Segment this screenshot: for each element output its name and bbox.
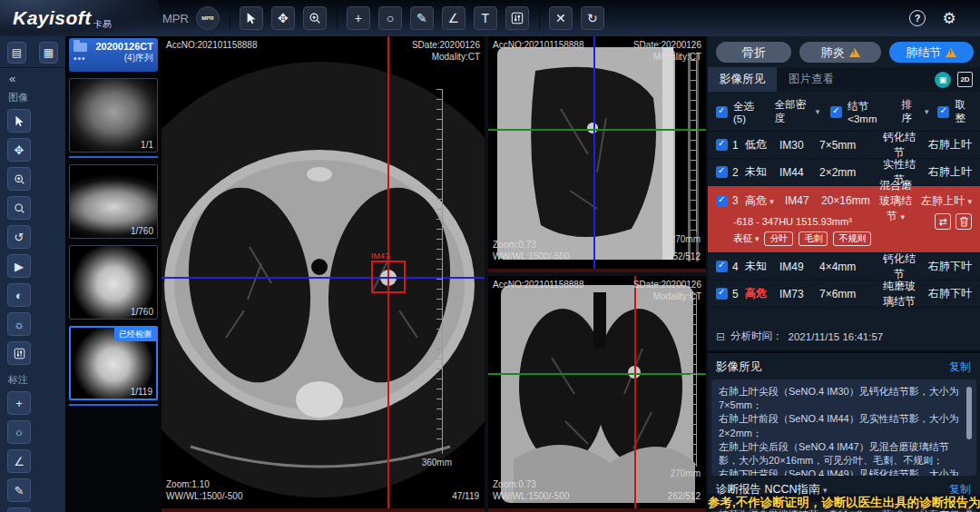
- settings-button[interactable]: ⚙: [937, 6, 961, 30]
- active-series-indicator: [69, 156, 158, 158]
- angle-tool-button[interactable]: ∠: [442, 6, 466, 30]
- layout-button[interactable]: ▦: [39, 42, 58, 64]
- feature-chip[interactable]: 分叶: [764, 231, 793, 246]
- brightness-tool-button[interactable]: ☼: [7, 312, 31, 336]
- subtab-image-view[interactable]: 图片查看: [777, 67, 846, 92]
- crosshair-icon: +: [355, 11, 362, 25]
- nodule-location: 右肺上叶: [916, 137, 972, 153]
- report-image-icon[interactable]: ▣: [935, 72, 951, 88]
- crosshair-horizontal-green[interactable]: [488, 373, 706, 375]
- series-thumbnail-3[interactable]: 1/760: [69, 245, 158, 320]
- zoom-tool-button[interactable]: [303, 6, 327, 30]
- toolbar-divider: [539, 7, 540, 29]
- crosshair-vertical-blue[interactable]: [593, 36, 595, 269]
- delete-tool-button[interactable]: ✕: [549, 6, 573, 30]
- series-header[interactable]: 20200126CT ••• (4)序列: [69, 38, 158, 72]
- chevron-down-icon: ▾: [925, 107, 929, 116]
- sort-control[interactable]: 排序: [901, 98, 919, 125]
- round-checkbox[interactable]: [937, 106, 949, 118]
- nodule-row-5[interactable]: 5 高危 IM73 7×6mm 纯磨玻璃结节 右肺下叶: [708, 281, 980, 308]
- series-thumbnail-2[interactable]: 1/760: [69, 164, 158, 239]
- zoom-in-tool-button[interactable]: [7, 167, 31, 191]
- row-checkbox[interactable]: [716, 195, 728, 207]
- row-checkbox[interactable]: [716, 288, 728, 300]
- pencil-annotate-button[interactable]: ✎: [7, 478, 31, 502]
- row-checkbox[interactable]: [716, 261, 728, 272]
- rectangle-annotate-button[interactable]: □: [7, 507, 31, 512]
- copy-findings-button[interactable]: 复制: [949, 359, 971, 375]
- chevron-down-icon: ▾: [769, 197, 774, 206]
- scrollbar-thumb[interactable]: [966, 387, 972, 439]
- nodule-row-1[interactable]: 1 低危 IM30 7×5mm 钙化结节 右肺上叶: [708, 132, 980, 159]
- active-series-indicator: [69, 404, 158, 406]
- row-checkbox[interactable]: [716, 166, 728, 178]
- nodule-location-dropdown[interactable]: 左肺上叶 ▾: [912, 193, 972, 209]
- coronal-viewport[interactable]: 270mm AccNO:202101158888 SDate:20200126 …: [488, 276, 706, 512]
- series-list-button[interactable]: ▤: [7, 42, 26, 64]
- nodule-row-3-selected[interactable]: 3 高危 ▾ IM47 20×16mm 混合磨玻璃结节 ▾ 左肺上叶 ▾ -61…: [708, 186, 980, 253]
- risk-level-dropdown[interactable]: 高危 ▾: [745, 193, 785, 209]
- cursor-tool-button[interactable]: [7, 109, 31, 133]
- small-nodule-checkbox[interactable]: [830, 106, 842, 118]
- series-more-button[interactable]: •••: [74, 54, 86, 64]
- collapse-panel-button[interactable]: «: [0, 68, 65, 85]
- nodule-location: 右肺下叶: [916, 286, 972, 301]
- invert-tool-button[interactable]: ◐: [7, 283, 31, 307]
- series-count: (4)序列: [124, 52, 153, 64]
- sagittal-study-info: SDate:20200126 Modality:CT: [633, 39, 701, 63]
- pencil-tool-button[interactable]: ✎: [410, 6, 434, 30]
- text-tool-button[interactable]: T: [474, 6, 497, 30]
- delete-nodule-button[interactable]: [956, 213, 972, 230]
- findings-text[interactable]: 右肺上叶尖段（SeNO.4 IM30）见钙化结节影，大小为7×5mm； 右肺上叶…: [711, 379, 976, 476]
- pencil-icon: ✎: [416, 11, 427, 25]
- help-button[interactable]: ?: [906, 6, 929, 30]
- series-thumbnail-1[interactable]: 1/1: [69, 78, 158, 153]
- sagittal-viewport[interactable]: 270mm AccNO:202101158888 SDate:20200126 …: [488, 36, 706, 272]
- nodule-roi-box[interactable]: IM47: [371, 261, 406, 293]
- trash-icon: [959, 216, 969, 227]
- nodule-row-4[interactable]: 4 未知 IM49 4×4mm 钙化结节 右肺下叶: [708, 253, 980, 281]
- 2d-mode-icon[interactable]: 2D: [957, 72, 973, 87]
- reset-tool-button[interactable]: ↻: [581, 6, 604, 30]
- density-filter[interactable]: 全部密度: [775, 98, 810, 125]
- row-checkbox[interactable]: [716, 139, 728, 151]
- nodule-row-2[interactable]: 2 未知 IM44 2×2mm 实性结节 右肺上叶: [708, 159, 980, 186]
- pan-tool-button[interactable]: ✥: [271, 6, 295, 30]
- image-index: IM47: [785, 194, 821, 207]
- sagittal-ruler: [691, 60, 697, 232]
- annotation-section-label: 标注: [0, 368, 65, 389]
- mpr-mode-icon[interactable]: MPR: [196, 6, 220, 30]
- tab-pneumonia[interactable]: 肺炎: [799, 42, 880, 63]
- axial-viewport[interactable]: IM47 360mm AccNO:202101158888 SDate:2020…: [162, 36, 485, 512]
- cine-play-button[interactable]: ▶: [7, 254, 31, 278]
- rotate-tool-button[interactable]: ↺: [7, 225, 31, 249]
- cursor-tool-button[interactable]: [240, 6, 263, 30]
- select-all-checkbox[interactable]: [716, 106, 728, 118]
- image-section-label: 图像: [0, 85, 65, 106]
- tab-fracture[interactable]: 骨折: [716, 42, 791, 63]
- feature-chip[interactable]: 不规则: [833, 231, 871, 246]
- axial-ruler-label: 360mm: [422, 458, 452, 468]
- series-title: 20200126CT: [95, 41, 153, 52]
- crosshair-vertical-red[interactable]: [634, 276, 636, 508]
- nodule-type-dropdown[interactable]: 混合磨玻璃结节 ▾: [879, 178, 912, 224]
- ellipse-tool-button[interactable]: ○: [378, 6, 402, 30]
- window-level-tool-button[interactable]: [505, 6, 529, 30]
- angle-annotate-button[interactable]: ∠: [7, 449, 31, 473]
- crosshair-annotate-button[interactable]: +: [7, 391, 31, 415]
- tab-lung-nodule[interactable]: 肺结节: [889, 42, 974, 63]
- pan-tool-button[interactable]: ✥: [7, 138, 31, 162]
- coronal-study-info: SDate:20200126 Modality:CT: [633, 279, 701, 302]
- feature-dropdown[interactable]: 表征 ▾: [733, 232, 759, 245]
- feature-chip[interactable]: 毛刺: [799, 231, 828, 246]
- round-label: 取整: [955, 98, 973, 125]
- compare-button[interactable]: ⇄: [935, 213, 951, 230]
- ellipse-annotate-button[interactable]: ○: [7, 420, 31, 444]
- subtab-imaging-findings[interactable]: 影像所见: [708, 67, 777, 92]
- window-level-tool-button[interactable]: [7, 341, 31, 365]
- top-toolbar: Kayisoft 卡易 MPR MPR ✥ + ○ ✎ ∠ T ✕ ↻ ? ⚙: [0, 0, 980, 36]
- crosshair-tool-button[interactable]: +: [347, 6, 370, 30]
- series-thumbnail-4[interactable]: 已经检测 1/119: [69, 326, 158, 400]
- crosshair-horizontal-green[interactable]: [488, 129, 706, 131]
- magnify-tool-button[interactable]: [7, 196, 31, 220]
